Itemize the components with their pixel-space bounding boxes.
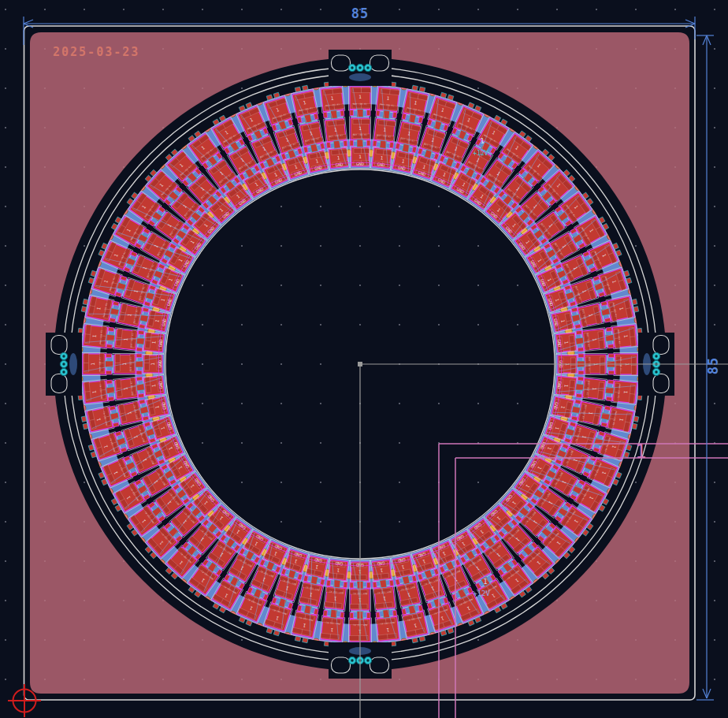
svg-text:GND: GND xyxy=(356,162,364,166)
svg-text:GND: GND xyxy=(557,339,563,348)
svg-text:GND: GND xyxy=(377,162,385,167)
svg-text:Net-(D2-K): Net-(D2-K) xyxy=(353,133,367,136)
svg-text:Net-(D1-K): Net-(D1-K) xyxy=(353,102,367,106)
construction-ref-label: 1 xyxy=(635,441,646,463)
svg-text:GND: GND xyxy=(377,561,385,567)
svg-text:Net-(D1-K): Net-(D1-K) xyxy=(98,357,102,371)
svg-text:Net-(D2-K): Net-(D2-K) xyxy=(129,357,132,371)
svg-text:1: 1 xyxy=(358,125,362,131)
net-label-bottom: +12V xyxy=(473,590,490,597)
svg-text:GND: GND xyxy=(335,162,344,167)
svg-text:GND: GND xyxy=(335,561,344,567)
pcb-layout-view[interactable]: 1Net-(D1-K)1Net-(D2-K)1GND1Net-(D1-K)1Ne… xyxy=(0,0,728,718)
date-text[interactable]: 2025-03-23 xyxy=(53,45,139,59)
svg-text:1: 1 xyxy=(90,363,95,366)
svg-text:GND: GND xyxy=(158,381,163,389)
svg-text:GND: GND xyxy=(158,339,163,348)
pcb-editor-canvas[interactable]: 1Net-(D1-K)1Net-(D2-K)1GND1Net-(D1-K)1Ne… xyxy=(0,0,728,718)
mousebite-tab[interactable] xyxy=(329,50,392,86)
svg-text:1: 1 xyxy=(358,94,362,99)
svg-text:GND: GND xyxy=(158,360,162,368)
net-pin-top: 1 xyxy=(480,137,484,145)
svg-text:1: 1 xyxy=(358,154,362,159)
svg-text:1: 1 xyxy=(150,363,155,366)
led-spoke[interactable]: 1Net-(D1-K)1Net-(D2-K)1GND xyxy=(76,353,165,376)
svg-text:GND: GND xyxy=(557,381,563,389)
dimension-right-value: 85 xyxy=(705,357,721,374)
led-spoke[interactable]: 1Net-(D1-K)1Net-(D2-K)1GND xyxy=(349,80,372,169)
mousebite-tab[interactable] xyxy=(46,333,82,396)
svg-text:1: 1 xyxy=(121,363,127,366)
dimension-top-value: 85 xyxy=(351,6,369,21)
net-pin-bottom: 1 xyxy=(483,578,487,586)
net-label-top: +12V xyxy=(473,150,488,157)
